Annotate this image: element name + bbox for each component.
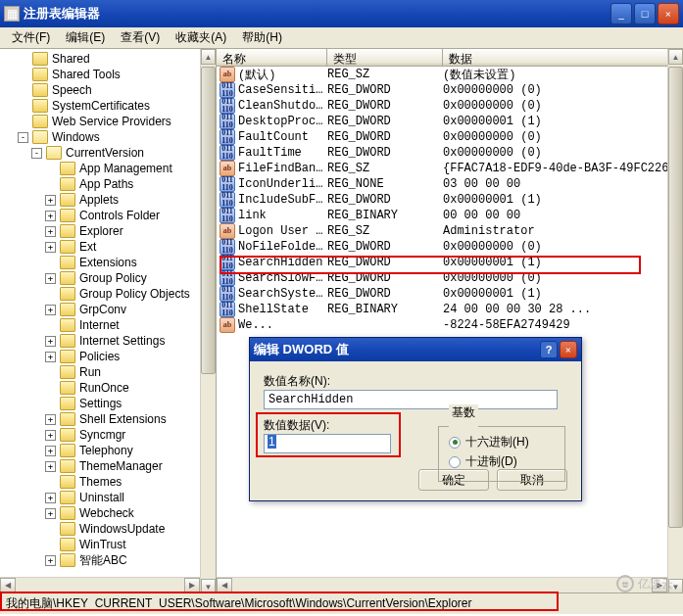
tree-item[interactable]: +Syncmgr	[0, 427, 216, 443]
list-row[interactable]: 011110CaseSensitiveREG_DWORD0x00000000 (…	[217, 82, 683, 98]
tree-item[interactable]: +Shell Extensions	[0, 411, 216, 427]
tree-item[interactable]: +Telephony	[0, 443, 216, 458]
scroll-down-icon[interactable]: ▼	[201, 579, 216, 592]
close-button[interactable]: ×	[658, 3, 679, 24]
dialog-help-button[interactable]: ?	[540, 341, 558, 358]
menu-view[interactable]: 查看(V)	[113, 27, 168, 48]
list-row[interactable]: 011110CleanShutdownREG_DWORD0x00000000 (…	[217, 98, 683, 114]
list-row[interactable]: 011110DesktopProcessREG_DWORD0x00000001 …	[217, 114, 683, 129]
tree-item[interactable]: Group Policy Objects	[0, 286, 216, 302]
expand-icon[interactable]: +	[45, 273, 56, 284]
menu-favorites[interactable]: 收藏夹(A)	[168, 27, 234, 48]
dialog-close-button[interactable]: ×	[560, 341, 577, 358]
expand-icon[interactable]: +	[45, 461, 56, 472]
menu-file[interactable]: 文件(F)	[4, 27, 58, 48]
tree-item[interactable]: +Policies	[0, 349, 216, 364]
tree-item[interactable]: +Explorer	[0, 223, 216, 239]
expand-icon[interactable]: +	[45, 508, 56, 519]
maximize-button[interactable]: □	[634, 3, 656, 24]
list-row[interactable]: 011110SearchHiddenREG_DWORD0x00000001 (1…	[217, 255, 683, 270]
tree-item[interactable]: +Controls Folder	[0, 208, 216, 223]
tree-item[interactable]: Themes	[0, 474, 216, 490]
tree-vscrollbar[interactable]: ▲ ▼	[200, 49, 216, 592]
expand-icon[interactable]: +	[45, 195, 56, 206]
scroll-left-icon[interactable]: ◀	[217, 578, 232, 592]
tree-item[interactable]: SystemCertificates	[0, 98, 216, 114]
tree-item[interactable]: +Group Policy	[0, 270, 216, 286]
tree-item[interactable]: Extensions	[0, 255, 216, 270]
tree-item[interactable]: RunOnce	[0, 380, 216, 396]
scroll-right-icon[interactable]: ▶	[652, 578, 667, 592]
list-row[interactable]: 011110IncludeSubFol...REG_DWORD0x0000000…	[217, 192, 683, 208]
list-row[interactable]: ab(默认)REG_SZ(数值未设置)	[217, 67, 683, 82]
tree-item[interactable]: WinTrust	[0, 537, 216, 552]
expand-icon[interactable]: +	[45, 493, 56, 503]
expand-icon[interactable]: +	[45, 430, 56, 441]
scroll-down-icon[interactable]: ▼	[668, 579, 683, 592]
col-name[interactable]: 名称	[217, 49, 327, 66]
value-name-input[interactable]	[264, 390, 558, 409]
minimize-button[interactable]: _	[610, 3, 632, 24]
tree-item[interactable]: Shared	[0, 51, 216, 67]
scroll-up-icon[interactable]: ▲	[668, 49, 683, 65]
menu-help[interactable]: 帮助(H)	[234, 27, 290, 48]
tree-hscrollbar[interactable]: ◀ ▶	[0, 577, 200, 592]
tree-item[interactable]: +Ext	[0, 239, 216, 255]
tree-item[interactable]: +Applets	[0, 192, 216, 208]
expand-icon[interactable]: +	[45, 555, 56, 566]
scroll-left-icon[interactable]: ◀	[0, 578, 16, 592]
tree[interactable]: SharedShared ToolsSpeechSystemCertificat…	[0, 49, 216, 570]
list-row[interactable]: abWe...-8224-58EFA2749429	[217, 317, 683, 333]
radio-hex[interactable]: 十六进制(H)	[449, 434, 555, 450]
list-row[interactable]: 011110linkREG_BINARY00 00 00 00	[217, 208, 683, 223]
list-row[interactable]: abLogon User NameREG_SZAdministrator	[217, 223, 683, 239]
tree-item[interactable]: +Uninstall	[0, 490, 216, 505]
list-hscrollbar[interactable]: ◀ ▶	[217, 577, 667, 592]
expand-icon[interactable]: +	[45, 226, 56, 237]
expand-icon[interactable]: +	[45, 242, 56, 253]
list-row[interactable]: 011110NoFileFolderC...REG_DWORD0x0000000…	[217, 239, 683, 255]
tree-item[interactable]: Settings	[0, 396, 216, 411]
tree-item[interactable]: +Internet Settings	[0, 333, 216, 349]
tree-item[interactable]: Speech	[0, 82, 216, 98]
tree-item[interactable]: Web Service Providers	[0, 114, 216, 129]
list-row[interactable]: abFileFindBandHookREG_SZ{FFAC7A18-EDF9-4…	[217, 161, 683, 176]
expand-icon[interactable]: +	[45, 446, 56, 456]
tree-item[interactable]: WindowsUpdate	[0, 521, 216, 537]
expand-icon[interactable]: +	[45, 305, 56, 315]
radio-dec[interactable]: 十进制(D)	[449, 453, 555, 470]
list-row[interactable]: 011110FaultTimeREG_DWORD0x00000000 (0)	[217, 145, 683, 161]
expand-icon[interactable]: +	[45, 352, 56, 362]
expand-icon[interactable]: +	[45, 414, 56, 425]
tree-item[interactable]: -CurrentVersion	[0, 145, 216, 161]
tree-item[interactable]: +GrpConv	[0, 302, 216, 317]
collapse-icon[interactable]: -	[31, 148, 42, 159]
scroll-thumb[interactable]	[201, 67, 216, 374]
list-row[interactable]: 011110SearchSlowFilesREG_DWORD0x00000000…	[217, 270, 683, 286]
expand-icon[interactable]: +	[45, 336, 56, 347]
col-type[interactable]: 类型	[327, 49, 443, 66]
list-row[interactable]: 011110FaultCountREG_DWORD0x00000000 (0)	[217, 129, 683, 145]
tree-item[interactable]: Run	[0, 364, 216, 380]
list-row[interactable]: 011110IconUnderlineREG_NONE03 00 00 00	[217, 176, 683, 192]
value-data-input[interactable]: 1	[264, 434, 391, 453]
tree-item[interactable]: App Paths	[0, 176, 216, 192]
col-data[interactable]: 数据	[443, 49, 683, 66]
tree-item[interactable]: Internet	[0, 317, 216, 333]
collapse-icon[interactable]: -	[18, 132, 28, 143]
menu-edit[interactable]: 编辑(E)	[58, 27, 113, 48]
scroll-right-icon[interactable]: ▶	[184, 578, 200, 592]
tree-item[interactable]: -Windows	[0, 129, 216, 145]
tree-item[interactable]: Shared Tools	[0, 67, 216, 82]
list-row[interactable]: 011110SearchSystemDirsREG_DWORD0x0000000…	[217, 286, 683, 302]
expand-icon[interactable]: +	[45, 211, 56, 221]
scroll-thumb[interactable]	[668, 67, 683, 528]
list-body[interactable]: ab(默认)REG_SZ(数值未设置)011110CaseSensitiveRE…	[217, 67, 683, 333]
tree-item[interactable]: +ThemeManager	[0, 458, 216, 474]
tree-item[interactable]: +Webcheck	[0, 505, 216, 521]
list-row[interactable]: 011110ShellStateREG_BINARY24 00 00 00 30…	[217, 302, 683, 317]
tree-item[interactable]: App Management	[0, 161, 216, 176]
scroll-up-icon[interactable]: ▲	[201, 49, 216, 65]
list-vscrollbar[interactable]: ▲ ▼	[667, 49, 683, 592]
tree-item[interactable]: +智能ABC	[0, 552, 216, 568]
